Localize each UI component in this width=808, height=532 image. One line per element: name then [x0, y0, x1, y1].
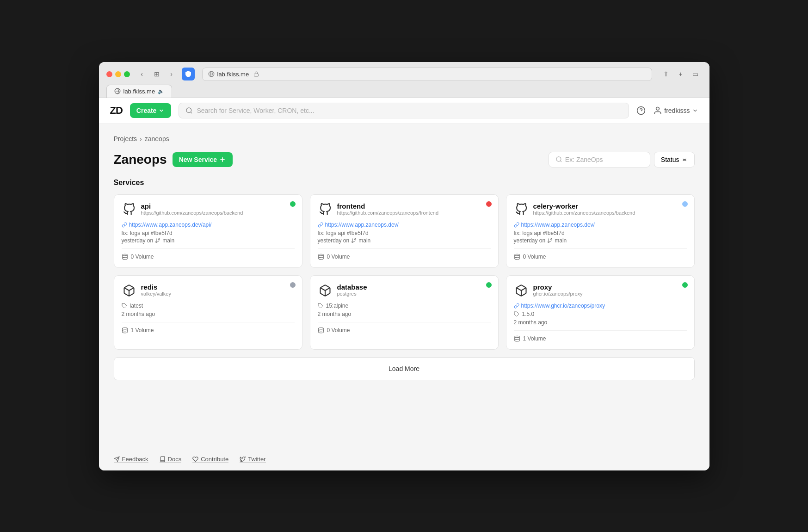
global-search-placeholder: Search for Service, Worker, CRON, etc... — [197, 107, 314, 114]
svg-point-5 — [186, 108, 191, 113]
divider-frontend — [318, 248, 491, 249]
new-tab-button[interactable]: + — [674, 68, 687, 80]
service-card-api[interactable]: api https://github.com/zaneops/zaneops/b… — [114, 194, 302, 268]
service-link-api[interactable]: https://www.app.zaneops.dev/api/ — [122, 222, 295, 228]
status-dot-api — [290, 201, 296, 207]
service-header-frontend: frontend https://github.com/zaneops/zane… — [318, 202, 491, 217]
service-branch-celery-worker: yesterday on main — [514, 237, 687, 244]
tag-info-redis: latest — [122, 303, 295, 309]
service-meta-celery-worker: fix: logs api #fbe5f7d — [514, 230, 687, 236]
help-button[interactable] — [636, 106, 646, 115]
load-more-button[interactable]: Load More — [114, 357, 695, 380]
page-header-right: Ex: ZaneOps Status — [549, 152, 695, 167]
maximize-button[interactable] — [124, 71, 130, 77]
close-button[interactable] — [106, 71, 112, 77]
service-name-proxy: proxy — [533, 283, 583, 291]
service-name-block-redis: redis valkey/valkey — [141, 283, 171, 297]
service-meta-frontend: fix: logs api #fbe5f7d — [318, 230, 491, 236]
svg-point-23 — [551, 238, 552, 240]
tag-info-proxy: 1.5.0 — [514, 311, 687, 317]
service-repo-proxy: ghcr.io/zaneops/proxy — [533, 291, 583, 297]
svg-rect-2 — [254, 74, 259, 77]
service-time-redis: 2 months ago — [122, 311, 295, 317]
breadcrumb-separator: › — [140, 135, 142, 142]
status-dot-redis — [290, 282, 296, 288]
service-repo-celery-worker: https://github.com/zaneops/zaneops/backe… — [533, 210, 635, 216]
service-repo-frontend: https://github.com/zaneops/zaneops/front… — [337, 210, 439, 216]
contribute-link[interactable]: Contribute — [192, 456, 228, 463]
volume-database: 0 Volume — [318, 327, 491, 334]
svg-point-34 — [514, 336, 519, 338]
service-header-api: api https://github.com/zaneops/zaneops/b… — [122, 202, 295, 217]
svg-line-6 — [191, 112, 192, 113]
share-button[interactable]: ⇧ — [660, 68, 672, 80]
volume-celery-worker: 0 Volume — [514, 254, 687, 260]
logo: ZD — [110, 105, 123, 117]
service-name-block-proxy: proxy ghcr.io/zaneops/proxy — [533, 283, 583, 297]
address-bar[interactable]: lab.fkiss.me — [202, 68, 652, 81]
tab-grid-button[interactable]: ⊞ — [150, 68, 163, 80]
service-name-block-database: database postgres — [337, 283, 367, 297]
service-link-proxy[interactable]: https://www.ghcr.io/zaneops/proxy — [514, 303, 687, 309]
user-name: fredkisss — [664, 107, 690, 114]
service-name-frontend: frontend — [337, 202, 439, 210]
new-service-label: New Service — [179, 156, 217, 163]
svg-point-19 — [355, 238, 356, 240]
docs-link[interactable]: Docs — [160, 456, 182, 463]
forward-button[interactable]: › — [165, 68, 178, 80]
service-link-celery-worker[interactable]: https://www.app.zaneops.dev/ — [514, 222, 687, 228]
service-time-database: 2 months ago — [318, 311, 491, 317]
service-link-frontend[interactable]: https://www.app.zaneops.dev/ — [318, 222, 491, 228]
service-card-celery-worker[interactable]: celery-worker https://github.com/zaneops… — [506, 194, 695, 268]
svg-point-15 — [159, 238, 160, 240]
twitter-link[interactable]: Twitter — [240, 456, 265, 463]
tab-row: lab.fkiss.me 🔈 — [106, 85, 702, 98]
status-dot-proxy — [682, 282, 688, 288]
twitter-label: Twitter — [248, 456, 265, 463]
service-card-proxy[interactable]: proxy ghcr.io/zaneops/proxy https://www.… — [506, 275, 695, 350]
service-name-block-frontend: frontend https://github.com/zaneops/zane… — [337, 202, 439, 216]
service-card-database[interactable]: database postgres 15:alpine 2 months ago… — [310, 275, 499, 350]
minimize-button[interactable] — [115, 71, 121, 77]
service-branch-api: yesterday on main — [122, 237, 295, 244]
service-repo-api: https://github.com/zaneops/zaneops/backe… — [141, 210, 243, 216]
extension-icon[interactable] — [182, 68, 195, 80]
svg-point-12 — [556, 157, 561, 161]
github-icon-frontend — [318, 202, 333, 217]
docker-icon-redis — [122, 283, 136, 298]
page-header: Zaneops New Service Ex: ZaneOps Status — [114, 152, 695, 167]
create-label: Create — [136, 107, 157, 114]
divider-redis — [122, 322, 295, 322]
service-name-redis: redis — [141, 283, 171, 291]
tab-title: lab.fkiss.me — [123, 88, 155, 95]
status-dot-database — [486, 282, 492, 288]
svg-point-25 — [514, 254, 519, 256]
service-name-celery-worker: celery-worker — [533, 202, 635, 210]
divider-proxy — [514, 330, 687, 331]
svg-point-24 — [548, 241, 549, 242]
new-service-button[interactable]: New Service — [173, 152, 233, 167]
volume-frontend: 0 Volume — [318, 254, 491, 260]
status-dot-frontend — [486, 201, 492, 207]
volume-api: 0 Volume — [122, 254, 295, 260]
global-search[interactable]: Search for Service, Worker, CRON, etc... — [179, 103, 629, 118]
docs-label: Docs — [168, 456, 182, 463]
svg-point-31 — [318, 328, 323, 329]
docker-icon-database — [318, 283, 333, 298]
app-footer: Feedback Docs Contribute Twitter — [99, 448, 709, 470]
status-button[interactable]: Status — [654, 152, 695, 167]
breadcrumb-projects[interactable]: Projects — [114, 135, 137, 142]
service-repo-database: postgres — [337, 291, 367, 297]
svg-point-28 — [122, 328, 127, 329]
service-card-frontend[interactable]: frontend https://github.com/zaneops/zane… — [310, 194, 499, 268]
service-card-redis[interactable]: redis valkey/valkey latest 2 months ago … — [114, 275, 302, 350]
back-button[interactable]: ‹ — [136, 68, 148, 80]
status-dot-celery-worker — [682, 201, 688, 207]
divider-celery-worker — [514, 248, 687, 249]
tab-overview-button[interactable]: ▭ — [689, 68, 702, 80]
active-tab[interactable]: lab.fkiss.me 🔈 — [106, 85, 173, 98]
service-search[interactable]: Ex: ZaneOps — [549, 152, 650, 167]
feedback-link[interactable]: Feedback — [114, 456, 148, 463]
user-menu-button[interactable]: fredkisss — [653, 106, 698, 115]
create-button[interactable]: Create — [130, 103, 172, 118]
